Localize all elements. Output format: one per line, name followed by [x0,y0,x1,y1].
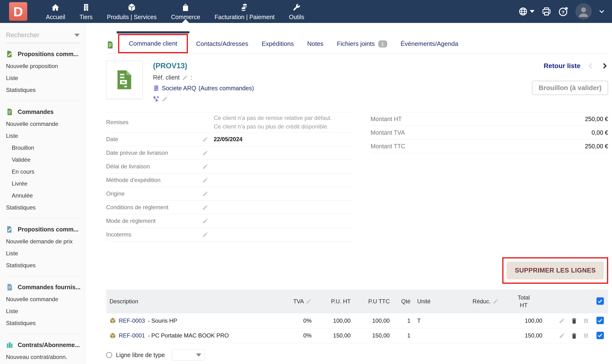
edit-discount-pencil-icon[interactable] [493,299,498,304]
tab-customer-order[interactable]: Commande client [119,35,187,52]
delete-line-trash-icon[interactable] [571,332,577,339]
line-total-ht: 100,00 [502,313,546,328]
sidebar-title-contracts[interactable]: Contrats/Abonneme... [6,341,82,349]
amount-row-tva: Montant TVA 0,00 € [370,126,608,140]
language-selector[interactable] [518,7,534,16]
edit-date-pencil-icon[interactable] [202,136,208,142]
other-orders-link[interactable]: (Autres commandes) [198,85,254,92]
sidebar-item-price-request-stats[interactable]: Statistiques [6,259,82,271]
drag-line-grip-icon[interactable] [583,318,589,324]
sidebar-item-proposal-stats[interactable]: Statistiques [6,84,82,96]
sidebar-section-proposals: Propositions comm... Nouvelle propositio… [0,43,85,97]
print-button[interactable] [542,7,551,16]
free-line-type-select[interactable] [172,350,205,360]
annotation-rectangle-delete-button: SUPPRIMER LES LIGNES [502,257,608,284]
menu-item-billing-payment[interactable]: Facturation | Paiement [207,0,282,23]
col-total-ht: TotalHT [502,289,546,313]
sidebar-item-new-price-request[interactable]: Nouvelle demande de prix [6,235,82,247]
supplier-proposal-icon [6,226,14,233]
previous-record-chevron-icon[interactable] [587,62,594,69]
next-record-chevron-icon[interactable] [601,62,608,69]
line-pu-ht: 150,00 [315,328,354,343]
edit-ref-client-pencil-icon[interactable] [182,75,188,81]
help-button[interactable] [558,6,569,16]
sidebar-item-order-delivered[interactable]: Livrée [6,178,82,190]
order-amounts-table: Montant HT 250,00 € Montant TVA 0,00 € M… [370,112,608,241]
amount-ttc-value: 250,00 € [585,143,608,150]
drag-line-grip-icon[interactable] [583,333,589,338]
sidebar-item-new-order[interactable]: Nouvelle commande [6,118,82,130]
sidebar-item-new-proposal[interactable]: Nouvelle proposition [6,60,82,72]
tab-shipments[interactable]: Expéditions [255,34,300,53]
free-line-radio[interactable] [106,352,112,358]
edit-line-pencil-icon[interactable] [559,317,565,324]
sidebar-item-order-canceled[interactable]: Annulée [6,190,82,202]
delete-lines-button[interactable]: SUPPRIMER LES LIGNES [507,261,604,279]
col-qty: Qté [393,289,414,313]
order-tab-doc-icon [106,41,114,49]
edit-delivery-delay-pencil-icon[interactable] [202,164,208,169]
home-icon [51,3,60,12]
sidebar-title-supplier-orders[interactable]: Commandes fournis... [6,284,82,291]
field-row-shipping-method: Méthode d'expédition [106,173,353,187]
menu-item-tiers[interactable]: Tiers [72,0,100,23]
line-discount [450,328,502,343]
tab-notes[interactable]: Notes [300,34,330,53]
line-checkbox[interactable] [597,332,604,339]
delete-line-trash-icon[interactable] [571,317,577,324]
ref-client-label: Réf. client [153,74,179,81]
sidebar-title-orders[interactable]: Commandes [6,108,82,116]
menu-item-tools[interactable]: Outils [282,0,312,23]
edit-shipping-method-pencil-icon[interactable] [202,177,208,183]
edit-delivery-date-pencil-icon[interactable] [202,150,208,156]
navbar-right-tools [518,4,605,19]
sidebar-item-contract-list[interactable]: Liste [6,363,82,364]
globe-icon [518,7,528,16]
line-checkbox[interactable] [597,317,604,324]
building-icon [82,3,90,12]
tab-events-agenda[interactable]: Événements/Agenda [394,34,465,53]
user-menu[interactable] [576,4,591,19]
tab-attached-files[interactable]: Fichiers joints 1 [330,34,394,53]
sidebar-item-supplier-order-stats[interactable]: Statistiques [6,317,82,329]
edit-line-pencil-icon[interactable] [559,332,565,339]
sidebar-item-order-validated[interactable]: Validée [6,154,82,166]
order-preview-card[interactable] [106,61,142,99]
sidebar-title-proposals[interactable]: Propositions comm... [6,50,82,58]
company-icon [153,85,160,91]
sidebar-item-new-supplier-order[interactable]: Nouvelle commande [6,293,82,305]
product-ref-link[interactable]: REF-0003 [119,317,145,324]
sidebar-item-supplier-order-list[interactable]: Liste [6,305,82,317]
sidebar-item-order-stats[interactable]: Statistiques [6,202,82,214]
sidebar-item-new-contract[interactable]: Nouveau contrat/abonn. [6,351,82,363]
tab-contacts-addresses[interactable]: Contacts/Adresses [189,34,255,53]
edit-payment-mode-pencil-icon[interactable] [202,218,208,224]
edit-project-pencil-icon[interactable] [162,96,168,102]
user-menu-chevron-icon[interactable] [598,8,605,14]
sidebar-title-supplier-proposals[interactable]: Propositions comm... [6,226,82,233]
field-row-incoterms: Incoterms [106,228,353,241]
select-all-checkbox[interactable] [597,297,604,305]
menu-item-home[interactable]: Accueil [39,0,72,23]
sidebar-item-order-inprogress[interactable]: En cours [6,166,82,178]
menu-item-products-services[interactable]: Produits | Services [100,0,164,23]
sidebar-item-price-request-list[interactable]: Liste [6,247,82,259]
edit-incoterms-pencil-icon[interactable] [202,232,208,238]
sidebar-item-order-draft[interactable]: Brouillon [6,142,82,154]
sidebar-item-proposal-list[interactable]: Liste [6,72,82,84]
edit-tva-pencil-icon[interactable] [306,299,312,304]
sidebar-item-order-list[interactable]: Liste [6,130,82,142]
sidebar-search[interactable]: Rechercher [6,32,80,43]
product-label: - PC Portable MAC BOOK PRO [148,332,229,339]
product-ref-link[interactable]: REF-0001 [119,332,145,339]
edit-source-pencil-icon[interactable] [202,191,208,197]
col-actions [545,289,592,313]
menu-item-commerce[interactable]: Commerce [164,0,207,23]
company-link[interactable]: Societe ARQ [162,85,196,92]
col-pu-ttc: P.U TTC [354,289,393,313]
line-unit: T [414,313,450,328]
edit-payment-terms-pencil-icon[interactable] [202,205,208,210]
dolibarr-logo[interactable]: D [9,2,27,21]
back-to-list-link[interactable]: Retour liste [544,62,580,70]
order-date-value: 22/05/2024 [214,136,242,143]
